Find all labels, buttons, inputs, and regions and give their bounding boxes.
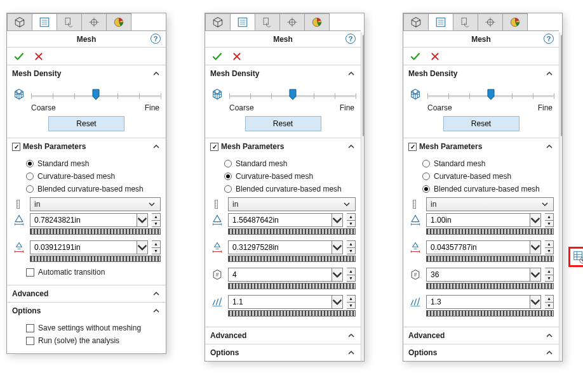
dropdown-icon[interactable] xyxy=(332,240,343,254)
section-header-options[interactable]: Options xyxy=(403,344,559,361)
dropdown-icon[interactable] xyxy=(137,213,148,227)
help-icon[interactable]: ? xyxy=(345,34,356,44)
min-size-input[interactable] xyxy=(228,240,332,254)
spinner-down-icon[interactable]: ▼ xyxy=(347,248,355,254)
auto-transition-checkbox[interactable] xyxy=(26,268,34,277)
min-size-input[interactable] xyxy=(30,240,137,254)
spinner-down-icon[interactable]: ▼ xyxy=(545,275,553,282)
section-header-advanced[interactable]: Advanced xyxy=(403,327,559,344)
spinner-down-icon[interactable]: ▼ xyxy=(152,221,160,227)
tab-display-manager[interactable] xyxy=(304,13,330,30)
min-size-input[interactable] xyxy=(426,240,530,254)
vertical-scrollbar[interactable] xyxy=(559,32,562,361)
global-size-scale[interactable] xyxy=(30,228,161,235)
save-settings-checkbox[interactable] xyxy=(26,324,34,332)
radio-curvature-mesh[interactable]: Curvature-based mesh xyxy=(408,170,554,183)
global-size-spinner[interactable]: ▲▼ xyxy=(347,213,356,227)
tab-property-manager[interactable] xyxy=(32,13,57,30)
unit-select[interactable]: in xyxy=(228,197,356,211)
section-header-options[interactable]: Options xyxy=(205,344,361,361)
cancel-button[interactable] xyxy=(34,51,44,62)
density-slider[interactable] xyxy=(31,88,161,100)
ok-button[interactable] xyxy=(410,51,421,62)
mesh-parameters-checkbox[interactable] xyxy=(12,143,20,151)
spinner-down-icon[interactable]: ▼ xyxy=(545,303,553,309)
growth-ratio-scale[interactable] xyxy=(426,310,554,317)
radio-blended-mesh[interactable]: Blended curvature-based mesh xyxy=(408,183,554,195)
tab-dimxpert[interactable] xyxy=(478,13,503,30)
help-icon[interactable]: ? xyxy=(151,34,161,44)
tab-config-manager[interactable] xyxy=(57,13,82,30)
radio-standard-mesh[interactable]: Standard mesh xyxy=(210,157,356,170)
dropdown-icon[interactable] xyxy=(530,213,541,227)
spinner-up-icon[interactable]: ▲ xyxy=(545,241,553,248)
tab-feature-tree[interactable] xyxy=(7,13,32,30)
help-icon[interactable]: ? xyxy=(544,34,554,44)
spinner-down-icon[interactable]: ▼ xyxy=(545,248,553,254)
radio-curvature-mesh[interactable]: Curvature-based mesh xyxy=(12,170,161,183)
spinner-up-icon[interactable]: ▲ xyxy=(347,296,355,303)
spinner-up-icon[interactable]: ▲ xyxy=(545,268,553,275)
slider-thumb-icon[interactable] xyxy=(289,89,297,100)
global-size-spinner[interactable]: ▲▼ xyxy=(545,213,554,227)
elements-per-circle-scale[interactable] xyxy=(228,283,356,289)
reset-button[interactable]: Reset xyxy=(245,116,321,131)
slider-thumb-icon[interactable] xyxy=(487,89,495,100)
growth-ratio-input[interactable] xyxy=(426,295,530,309)
min-size-spinner[interactable]: ▲▼ xyxy=(545,240,554,254)
radio-standard-mesh[interactable]: Standard mesh xyxy=(12,157,161,170)
spinner-up-icon[interactable]: ▲ xyxy=(152,214,160,221)
spinner-down-icon[interactable]: ▼ xyxy=(347,221,355,227)
growth-ratio-spinner[interactable]: ▲▼ xyxy=(545,295,554,309)
tab-property-manager[interactable] xyxy=(230,13,255,30)
ok-button[interactable] xyxy=(211,51,223,62)
tab-config-manager[interactable] xyxy=(255,13,280,30)
spinner-up-icon[interactable]: ▲ xyxy=(347,214,355,221)
dropdown-icon[interactable] xyxy=(332,295,343,309)
tab-display-manager[interactable] xyxy=(502,13,528,30)
dropdown-icon[interactable] xyxy=(332,213,343,227)
tab-display-manager[interactable] xyxy=(106,13,131,30)
cancel-button[interactable] xyxy=(430,51,440,62)
tab-feature-tree[interactable] xyxy=(403,13,429,30)
elements-per-circle-spinner[interactable]: ▲▼ xyxy=(347,268,356,282)
growth-ratio-spinner[interactable]: ▲▼ xyxy=(347,295,356,309)
radio-blended-mesh[interactable]: Blended curvature-based mesh xyxy=(210,183,356,195)
reset-button[interactable]: Reset xyxy=(48,116,124,131)
global-size-input[interactable] xyxy=(426,213,530,227)
global-size-input[interactable] xyxy=(30,213,137,227)
unit-select[interactable]: in xyxy=(426,197,554,211)
section-header-density[interactable]: Mesh Density xyxy=(403,65,559,82)
spinner-up-icon[interactable]: ▲ xyxy=(152,241,160,248)
dropdown-icon[interactable] xyxy=(530,295,541,309)
elements-per-circle-scale[interactable] xyxy=(426,283,554,289)
elements-per-circle-spinner[interactable]: ▲▼ xyxy=(545,268,554,282)
spinner-up-icon[interactable]: ▲ xyxy=(347,268,355,275)
elements-per-circle-input[interactable] xyxy=(228,268,332,282)
min-size-spinner[interactable]: ▲▼ xyxy=(347,240,356,254)
min-size-scale[interactable] xyxy=(426,256,554,262)
radio-blended-mesh[interactable]: Blended curvature-based mesh xyxy=(12,183,161,195)
section-header-params[interactable]: Mesh Parameters xyxy=(205,138,361,155)
spinner-down-icon[interactable]: ▼ xyxy=(347,275,355,282)
tab-dimxpert[interactable] xyxy=(279,13,305,30)
spinner-up-icon[interactable]: ▲ xyxy=(545,296,553,303)
dropdown-icon[interactable] xyxy=(530,268,541,282)
radio-curvature-mesh[interactable]: Curvature-based mesh xyxy=(210,170,356,183)
section-header-options[interactable]: Options xyxy=(7,303,166,319)
radio-standard-mesh[interactable]: Standard mesh xyxy=(408,157,554,170)
unit-select[interactable]: in xyxy=(30,197,161,211)
tab-dimxpert[interactable] xyxy=(81,13,107,30)
section-header-density[interactable]: Mesh Density xyxy=(205,65,361,82)
global-size-spinner[interactable]: ▲▼ xyxy=(152,213,161,227)
run-solve-checkbox[interactable] xyxy=(26,337,34,345)
scrollbar-thumb[interactable] xyxy=(561,35,562,136)
dropdown-icon[interactable] xyxy=(530,240,541,254)
spinner-down-icon[interactable]: ▼ xyxy=(152,248,160,254)
global-size-scale[interactable] xyxy=(426,228,554,235)
run-solve-row[interactable]: Run (solve) the analysis xyxy=(12,334,161,347)
mesh-parameters-checkbox[interactable] xyxy=(210,143,218,151)
slider-thumb-icon[interactable] xyxy=(92,89,100,100)
vertical-scrollbar[interactable] xyxy=(361,32,364,361)
tab-config-manager[interactable] xyxy=(453,13,478,30)
